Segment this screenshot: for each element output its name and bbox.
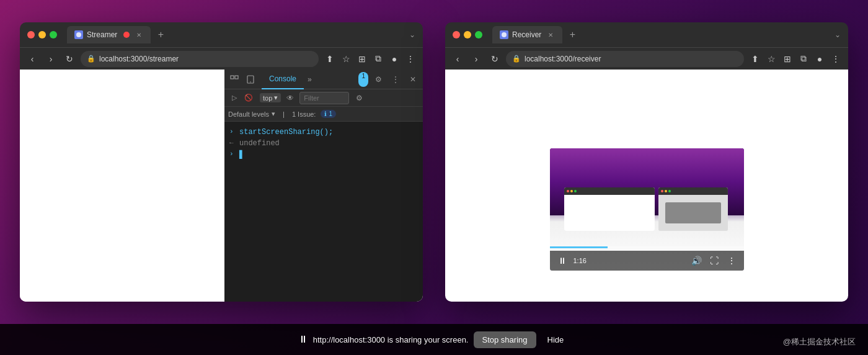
receiver-share-icon[interactable]: ⬆: [748, 52, 763, 66]
mini-dot-yellow: [570, 190, 573, 192]
context-dropdown-arrow: ▾: [274, 94, 278, 102]
mini-browser-2: [658, 187, 728, 231]
video-player: ⏸ 1:16 🔊 ⛶ ⋮: [550, 148, 744, 271]
devtools-block-icon[interactable]: 🚫: [242, 92, 255, 104]
console-tab[interactable]: Console: [262, 70, 304, 89]
eye-icon[interactable]: 👁: [283, 91, 297, 105]
svg-rect-1: [231, 76, 234, 79]
devtools-device-icon[interactable]: [243, 72, 258, 87]
receiver-close-light[interactable]: [453, 31, 460, 38]
video-volume-button[interactable]: 🔊: [691, 254, 703, 267]
receiver-traffic-lights: [453, 31, 482, 38]
default-levels-bar: Default levels ▾ | 1 Issue: ℹ 1: [224, 107, 423, 122]
default-levels-label: Default levels: [228, 110, 269, 118]
receiver-tab-area: Receiver ✕ +: [492, 26, 830, 43]
refresh-button[interactable]: ↻: [62, 52, 77, 66]
streamer-toolbar: ‹ › ↻ 🔒 localhost:3000/streamer ⬆ ☆ ⊞ ⧉ …: [20, 47, 423, 70]
mini-browser-1-content: [564, 195, 655, 231]
receiver-page: ⏸ 1:16 🔊 ⛶ ⋮: [445, 70, 848, 302]
close-traffic-light[interactable]: [27, 31, 35, 38]
context-selector[interactable]: top ▾: [260, 93, 281, 102]
receiver-lock-icon: 🔒: [512, 55, 521, 63]
devtools-inspect-icon[interactable]: [227, 72, 242, 87]
receiver-bookmark-icon[interactable]: ☆: [764, 52, 779, 66]
console-entry-3[interactable]: › ▋: [229, 149, 418, 161]
devtools-sub-action-icons: ▷ 🚫: [228, 92, 255, 104]
devtools-more-tabs[interactable]: »: [304, 75, 316, 84]
receiver-address-text: localhost:3000/receiver: [525, 55, 601, 63]
notification-message: http://localhost:3000 is sharing your sc…: [313, 335, 469, 344]
issues-count: 1: [329, 110, 332, 117]
console-entry-2: ← undefined: [229, 138, 418, 149]
mini-screen: [665, 202, 720, 224]
minimize-traffic-light[interactable]: [38, 31, 46, 38]
video-pause-button[interactable]: ⏸: [556, 254, 569, 267]
issues-separator: |: [283, 110, 285, 118]
devtools-header: Console » 1 ⚙ ⋮ ✕: [224, 70, 423, 89]
notification-bar: ⏸ http://localhost:3000 is sharing your …: [0, 324, 868, 355]
tab-dropdown-button[interactable]: ⌄: [409, 30, 415, 39]
streamer-page: [20, 70, 224, 302]
tab-close-button[interactable]: ✕: [135, 30, 143, 39]
new-tab-button[interactable]: +: [153, 27, 168, 42]
video-progress-bar[interactable]: [550, 246, 744, 248]
console-prompt-arrow: ›: [229, 150, 237, 158]
console-text-command: startScreenSharing();: [239, 128, 333, 137]
devtools-close-icon[interactable]: ✕: [405, 72, 420, 87]
streamer-tab[interactable]: Streamer ✕: [67, 26, 151, 43]
console-entry-1: › startScreenSharing();: [229, 127, 418, 138]
video-progress-fill: [550, 246, 608, 248]
profile-icon[interactable]: ●: [387, 52, 402, 66]
receiver-more-icon[interactable]: ⋮: [828, 52, 843, 66]
receiver-address-bar[interactable]: 🔒 localhost:3000/receiver: [506, 51, 744, 67]
tab-recording-indicator: [123, 32, 130, 38]
address-bar[interactable]: 🔒 localhost:3000/streamer: [81, 51, 319, 67]
receiver-tab-label: Receiver: [512, 30, 541, 39]
receiver-tab-dropdown[interactable]: ⌄: [835, 30, 841, 39]
receiver-split-icon[interactable]: ⧉: [796, 52, 811, 66]
tab-favicon: [74, 30, 83, 39]
stop-sharing-button[interactable]: Stop sharing: [474, 331, 536, 348]
video-fullscreen-button[interactable]: ⛶: [708, 254, 720, 267]
share-icon[interactable]: ⬆: [322, 52, 337, 66]
receiver-profile-icon[interactable]: ●: [812, 52, 827, 66]
filter-settings-icon[interactable]: ⚙: [352, 91, 366, 106]
receiver-refresh-button[interactable]: ↻: [487, 52, 502, 66]
dropdown-arrow-levels: ▾: [272, 110, 275, 118]
bookmark-icon[interactable]: ☆: [339, 52, 353, 66]
notification-pause-icon: ⏸: [298, 334, 308, 345]
maximize-traffic-light[interactable]: [50, 31, 57, 38]
receiver-back-button[interactable]: ‹: [450, 52, 465, 66]
devtools-settings-icon[interactable]: ⚙: [371, 72, 386, 87]
mini-dot-green: [574, 190, 577, 192]
mini-dot2-green: [668, 190, 671, 192]
lock-icon: 🔒: [87, 55, 95, 63]
console-cursor: ▋: [239, 150, 244, 160]
receiver-extensions-icon[interactable]: ⊞: [780, 52, 795, 66]
issues-icon: ℹ: [324, 110, 327, 117]
forward-button[interactable]: ›: [43, 52, 58, 66]
receiver-new-tab[interactable]: +: [565, 27, 580, 42]
hide-button[interactable]: Hide: [541, 331, 570, 348]
receiver-forward-button[interactable]: ›: [469, 52, 484, 66]
video-controls: ⏸ 1:16 🔊 ⛶ ⋮: [550, 251, 744, 271]
console-filter-input[interactable]: [299, 92, 349, 104]
receiver-minimize-light[interactable]: [464, 31, 471, 38]
mini-browser-1-bar: [564, 187, 655, 195]
toolbar-actions: ⬆ ☆ ⊞ ⧉ ● ⋮: [322, 52, 418, 66]
extensions-icon[interactable]: ⊞: [355, 52, 370, 66]
video-more-button[interactable]: ⋮: [725, 254, 738, 267]
receiver-tab[interactable]: Receiver ✕: [492, 26, 562, 43]
browser-more-icon[interactable]: ⋮: [403, 52, 418, 66]
devtools-options-icon[interactable]: ⋮: [388, 72, 403, 87]
back-button[interactable]: ‹: [25, 52, 40, 66]
receiver-maximize-light[interactable]: [475, 31, 482, 38]
tab-area: Streamer ✕ +: [67, 26, 404, 43]
console-text-result: undefined: [239, 139, 280, 148]
devtools-panel: Console » 1 ⚙ ⋮ ✕ ▷ 🚫 top ▾: [224, 70, 423, 302]
devtools-execute-icon[interactable]: ▷: [228, 92, 241, 104]
split-view-icon[interactable]: ⧉: [371, 52, 386, 66]
mini-browser-2-content: [658, 195, 728, 231]
devtools-badge: 1: [358, 72, 368, 87]
receiver-tab-close[interactable]: ✕: [546, 30, 555, 39]
